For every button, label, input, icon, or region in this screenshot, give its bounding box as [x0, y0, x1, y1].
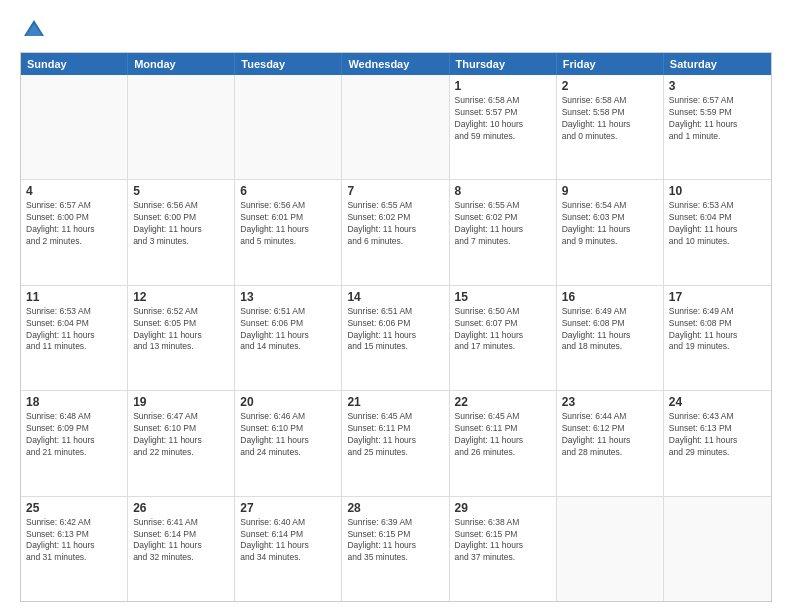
- day-number: 6: [240, 184, 336, 198]
- calendar: SundayMondayTuesdayWednesdayThursdayFrid…: [20, 52, 772, 602]
- day-info: Sunrise: 6:42 AM Sunset: 6:13 PM Dayligh…: [26, 517, 122, 565]
- day-number: 13: [240, 290, 336, 304]
- day-cell-1: 1Sunrise: 6:58 AM Sunset: 5:57 PM Daylig…: [450, 75, 557, 179]
- day-number: 4: [26, 184, 122, 198]
- page: SundayMondayTuesdayWednesdayThursdayFrid…: [0, 0, 792, 612]
- day-info: Sunrise: 6:53 AM Sunset: 6:04 PM Dayligh…: [669, 200, 766, 248]
- day-info: Sunrise: 6:58 AM Sunset: 5:57 PM Dayligh…: [455, 95, 551, 143]
- day-cell-24: 24Sunrise: 6:43 AM Sunset: 6:13 PM Dayli…: [664, 391, 771, 495]
- day-info: Sunrise: 6:43 AM Sunset: 6:13 PM Dayligh…: [669, 411, 766, 459]
- day-info: Sunrise: 6:57 AM Sunset: 5:59 PM Dayligh…: [669, 95, 766, 143]
- header-day-sunday: Sunday: [21, 53, 128, 75]
- day-info: Sunrise: 6:55 AM Sunset: 6:02 PM Dayligh…: [347, 200, 443, 248]
- header-day-thursday: Thursday: [450, 53, 557, 75]
- day-info: Sunrise: 6:54 AM Sunset: 6:03 PM Dayligh…: [562, 200, 658, 248]
- day-info: Sunrise: 6:40 AM Sunset: 6:14 PM Dayligh…: [240, 517, 336, 565]
- day-info: Sunrise: 6:58 AM Sunset: 5:58 PM Dayligh…: [562, 95, 658, 143]
- day-number: 21: [347, 395, 443, 409]
- day-cell-26: 26Sunrise: 6:41 AM Sunset: 6:14 PM Dayli…: [128, 497, 235, 601]
- day-info: Sunrise: 6:44 AM Sunset: 6:12 PM Dayligh…: [562, 411, 658, 459]
- day-info: Sunrise: 6:51 AM Sunset: 6:06 PM Dayligh…: [240, 306, 336, 354]
- day-cell-5: 5Sunrise: 6:56 AM Sunset: 6:00 PM Daylig…: [128, 180, 235, 284]
- day-cell-17: 17Sunrise: 6:49 AM Sunset: 6:08 PM Dayli…: [664, 286, 771, 390]
- day-info: Sunrise: 6:47 AM Sunset: 6:10 PM Dayligh…: [133, 411, 229, 459]
- day-number: 26: [133, 501, 229, 515]
- day-number: 3: [669, 79, 766, 93]
- logo-icon: [20, 16, 48, 44]
- day-info: Sunrise: 6:57 AM Sunset: 6:00 PM Dayligh…: [26, 200, 122, 248]
- day-number: 15: [455, 290, 551, 304]
- day-cell-7: 7Sunrise: 6:55 AM Sunset: 6:02 PM Daylig…: [342, 180, 449, 284]
- day-info: Sunrise: 6:45 AM Sunset: 6:11 PM Dayligh…: [347, 411, 443, 459]
- empty-cell: [21, 75, 128, 179]
- day-cell-22: 22Sunrise: 6:45 AM Sunset: 6:11 PM Dayli…: [450, 391, 557, 495]
- day-cell-16: 16Sunrise: 6:49 AM Sunset: 6:08 PM Dayli…: [557, 286, 664, 390]
- day-number: 8: [455, 184, 551, 198]
- calendar-row-5: 25Sunrise: 6:42 AM Sunset: 6:13 PM Dayli…: [21, 496, 771, 601]
- calendar-header: SundayMondayTuesdayWednesdayThursdayFrid…: [21, 53, 771, 75]
- day-cell-10: 10Sunrise: 6:53 AM Sunset: 6:04 PM Dayli…: [664, 180, 771, 284]
- day-cell-11: 11Sunrise: 6:53 AM Sunset: 6:04 PM Dayli…: [21, 286, 128, 390]
- day-info: Sunrise: 6:38 AM Sunset: 6:15 PM Dayligh…: [455, 517, 551, 565]
- day-info: Sunrise: 6:41 AM Sunset: 6:14 PM Dayligh…: [133, 517, 229, 565]
- calendar-row-2: 4Sunrise: 6:57 AM Sunset: 6:00 PM Daylig…: [21, 179, 771, 284]
- day-cell-25: 25Sunrise: 6:42 AM Sunset: 6:13 PM Dayli…: [21, 497, 128, 601]
- day-number: 5: [133, 184, 229, 198]
- day-cell-23: 23Sunrise: 6:44 AM Sunset: 6:12 PM Dayli…: [557, 391, 664, 495]
- day-info: Sunrise: 6:39 AM Sunset: 6:15 PM Dayligh…: [347, 517, 443, 565]
- day-cell-14: 14Sunrise: 6:51 AM Sunset: 6:06 PM Dayli…: [342, 286, 449, 390]
- day-cell-27: 27Sunrise: 6:40 AM Sunset: 6:14 PM Dayli…: [235, 497, 342, 601]
- day-cell-3: 3Sunrise: 6:57 AM Sunset: 5:59 PM Daylig…: [664, 75, 771, 179]
- day-info: Sunrise: 6:52 AM Sunset: 6:05 PM Dayligh…: [133, 306, 229, 354]
- day-info: Sunrise: 6:56 AM Sunset: 6:00 PM Dayligh…: [133, 200, 229, 248]
- day-number: 28: [347, 501, 443, 515]
- day-cell-6: 6Sunrise: 6:56 AM Sunset: 6:01 PM Daylig…: [235, 180, 342, 284]
- day-cell-28: 28Sunrise: 6:39 AM Sunset: 6:15 PM Dayli…: [342, 497, 449, 601]
- day-number: 11: [26, 290, 122, 304]
- header-day-monday: Monday: [128, 53, 235, 75]
- day-cell-9: 9Sunrise: 6:54 AM Sunset: 6:03 PM Daylig…: [557, 180, 664, 284]
- day-number: 1: [455, 79, 551, 93]
- header-day-friday: Friday: [557, 53, 664, 75]
- day-info: Sunrise: 6:45 AM Sunset: 6:11 PM Dayligh…: [455, 411, 551, 459]
- day-number: 29: [455, 501, 551, 515]
- day-number: 23: [562, 395, 658, 409]
- day-number: 18: [26, 395, 122, 409]
- day-cell-19: 19Sunrise: 6:47 AM Sunset: 6:10 PM Dayli…: [128, 391, 235, 495]
- header-day-saturday: Saturday: [664, 53, 771, 75]
- calendar-body: 1Sunrise: 6:58 AM Sunset: 5:57 PM Daylig…: [21, 75, 771, 601]
- day-info: Sunrise: 6:46 AM Sunset: 6:10 PM Dayligh…: [240, 411, 336, 459]
- day-number: 19: [133, 395, 229, 409]
- day-cell-8: 8Sunrise: 6:55 AM Sunset: 6:02 PM Daylig…: [450, 180, 557, 284]
- logo: [20, 16, 52, 44]
- day-info: Sunrise: 6:56 AM Sunset: 6:01 PM Dayligh…: [240, 200, 336, 248]
- day-cell-20: 20Sunrise: 6:46 AM Sunset: 6:10 PM Dayli…: [235, 391, 342, 495]
- day-info: Sunrise: 6:50 AM Sunset: 6:07 PM Dayligh…: [455, 306, 551, 354]
- day-number: 25: [26, 501, 122, 515]
- day-cell-4: 4Sunrise: 6:57 AM Sunset: 6:00 PM Daylig…: [21, 180, 128, 284]
- day-number: 10: [669, 184, 766, 198]
- day-cell-29: 29Sunrise: 6:38 AM Sunset: 6:15 PM Dayli…: [450, 497, 557, 601]
- day-number: 9: [562, 184, 658, 198]
- day-number: 24: [669, 395, 766, 409]
- header: [20, 16, 772, 44]
- day-info: Sunrise: 6:51 AM Sunset: 6:06 PM Dayligh…: [347, 306, 443, 354]
- day-number: 27: [240, 501, 336, 515]
- day-cell-13: 13Sunrise: 6:51 AM Sunset: 6:06 PM Dayli…: [235, 286, 342, 390]
- day-info: Sunrise: 6:49 AM Sunset: 6:08 PM Dayligh…: [562, 306, 658, 354]
- day-number: 22: [455, 395, 551, 409]
- day-number: 7: [347, 184, 443, 198]
- calendar-row-3: 11Sunrise: 6:53 AM Sunset: 6:04 PM Dayli…: [21, 285, 771, 390]
- day-number: 12: [133, 290, 229, 304]
- day-info: Sunrise: 6:49 AM Sunset: 6:08 PM Dayligh…: [669, 306, 766, 354]
- header-day-tuesday: Tuesday: [235, 53, 342, 75]
- empty-cell: [664, 497, 771, 601]
- day-info: Sunrise: 6:53 AM Sunset: 6:04 PM Dayligh…: [26, 306, 122, 354]
- empty-cell: [128, 75, 235, 179]
- day-number: 14: [347, 290, 443, 304]
- day-number: 16: [562, 290, 658, 304]
- day-cell-21: 21Sunrise: 6:45 AM Sunset: 6:11 PM Dayli…: [342, 391, 449, 495]
- day-cell-12: 12Sunrise: 6:52 AM Sunset: 6:05 PM Dayli…: [128, 286, 235, 390]
- day-info: Sunrise: 6:48 AM Sunset: 6:09 PM Dayligh…: [26, 411, 122, 459]
- empty-cell: [235, 75, 342, 179]
